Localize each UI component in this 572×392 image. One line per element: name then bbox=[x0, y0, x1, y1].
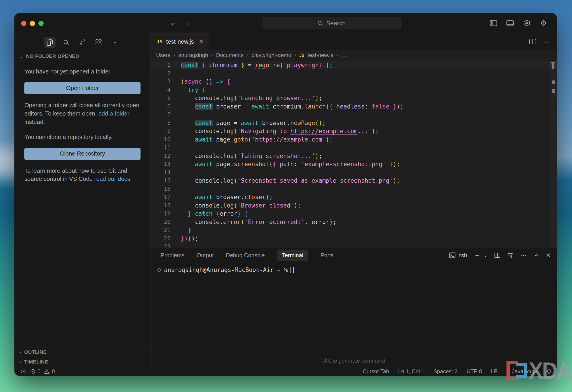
code-line[interactable]: 19 } catch (error) { bbox=[151, 210, 550, 218]
docs-note: To learn more about how to use Git and s… bbox=[24, 167, 141, 183]
code-line[interactable]: 21 } bbox=[151, 226, 550, 234]
kill-terminal-trash-icon[interactable] bbox=[507, 252, 513, 258]
code-line[interactable]: 9 console.log('Navigating to https://exa… bbox=[151, 127, 550, 135]
code-line[interactable]: 11 bbox=[151, 144, 550, 152]
code-line[interactable]: 13 await page.screenshot({ path: 'exampl… bbox=[151, 160, 550, 168]
line-number: 6 bbox=[151, 102, 171, 111]
terminal-dropdown-chevron-icon[interactable]: ⌄ bbox=[483, 252, 488, 258]
code-editor[interactable]: 1const { chromium } = require('playwrigh… bbox=[151, 61, 557, 248]
panel-tab-problems[interactable]: Problems bbox=[161, 252, 185, 259]
code-line[interactable]: 20 console.error('Error occurred:', erro… bbox=[151, 218, 550, 226]
settings-gear-icon[interactable]: ⚙ bbox=[539, 18, 549, 28]
forward-arrow-icon[interactable]: → bbox=[183, 18, 191, 27]
code-line[interactable]: 16 bbox=[151, 185, 550, 193]
terminal-actions: zsh ＋ ⌄ bbox=[449, 251, 551, 260]
search-placeholder: Search bbox=[326, 20, 346, 27]
tab-test-new-js[interactable]: JS test-new.js ✕ bbox=[151, 33, 209, 50]
minimap[interactable] bbox=[550, 61, 557, 248]
warning-count: 0 bbox=[52, 368, 55, 375]
close-panel-icon[interactable]: ✕ bbox=[546, 252, 551, 259]
new-terminal-icon[interactable]: ＋ bbox=[474, 251, 480, 260]
code-line[interactable]: 4 try { bbox=[151, 86, 550, 94]
read-docs-link[interactable]: read our docs bbox=[94, 175, 130, 182]
problems-indicator[interactable]: 0 0 bbox=[30, 368, 55, 375]
line-number: 14 bbox=[151, 168, 171, 177]
outline-section[interactable]: › OUTLINE bbox=[15, 347, 150, 357]
source-control-icon[interactable] bbox=[77, 37, 88, 48]
code-line[interactable]: 23 bbox=[151, 243, 550, 248]
code-line[interactable]: 7 bbox=[151, 111, 550, 119]
breadcrumb-playwright-demo[interactable]: playwright-demo bbox=[252, 52, 291, 58]
zoom-window-button[interactable] bbox=[38, 21, 44, 26]
panel-tab-debug-console[interactable]: Debug Console bbox=[226, 252, 265, 259]
panel-tab-terminal[interactable]: Terminal bbox=[277, 250, 308, 261]
code-line[interactable]: 3(async () => { bbox=[151, 78, 550, 86]
minimize-window-button[interactable] bbox=[30, 21, 35, 26]
cursor-position-status[interactable]: Ln 1, Col 1 bbox=[398, 368, 424, 375]
breadcrumb-users[interactable]: Users bbox=[156, 52, 170, 58]
back-arrow-icon[interactable]: ← bbox=[170, 18, 177, 27]
command-center-search[interactable]: Search bbox=[262, 17, 401, 29]
code-line[interactable]: 18 console.log('Browser closed'); bbox=[151, 201, 550, 210]
line-number: 22 bbox=[151, 234, 171, 243]
line-number: 8 bbox=[151, 119, 171, 127]
maximize-panel-chevron-icon[interactable] bbox=[534, 253, 539, 257]
main-row: ⌄ NO FOLDER OPENED You have not yet open… bbox=[15, 33, 557, 367]
close-tab-icon[interactable]: ✕ bbox=[199, 38, 203, 45]
split-editor-icon[interactable] bbox=[529, 39, 536, 45]
encoding-status[interactable]: UTF-8 bbox=[466, 368, 482, 375]
copilot-cube-icon[interactable] bbox=[522, 18, 532, 28]
extensions-icon[interactable] bbox=[93, 37, 104, 48]
explorer-section-header[interactable]: ⌄ NO FOLDER OPENED bbox=[15, 51, 150, 61]
code-line[interactable]: 15 console.log('Screenshot saved as exam… bbox=[151, 177, 550, 185]
code-line[interactable]: 10 await page.goto('https://example.com'… bbox=[151, 135, 550, 144]
panel-more-actions-icon[interactable]: ⋯ bbox=[520, 251, 527, 259]
indentation-status[interactable]: Spaces: 2 bbox=[433, 368, 458, 375]
panel-tab-output[interactable]: Output bbox=[197, 252, 214, 259]
terminal-prompt-line[interactable]: anuragsingh@Anurags-MacBook-Air ~ % bbox=[157, 266, 557, 273]
line-number: 21 bbox=[151, 226, 171, 234]
add-folder-link[interactable]: add a folder bbox=[98, 110, 129, 117]
breadcrumb-documents[interactable]: Documents bbox=[216, 52, 243, 58]
shell-indicator[interactable]: zsh bbox=[449, 252, 467, 259]
code-line[interactable]: 14 bbox=[151, 168, 550, 177]
cursor-tab-status[interactable]: Cursor Tab bbox=[363, 368, 389, 375]
search-sidebar-icon[interactable] bbox=[61, 37, 72, 48]
line-number: 15 bbox=[151, 177, 171, 185]
explorer-icon[interactable] bbox=[44, 37, 56, 48]
sidebar-bottom-sections: › OUTLINE › TIMELINE bbox=[15, 347, 150, 367]
code-line[interactable]: 17 await browser.close(); bbox=[151, 193, 550, 201]
vscode-window: ← → Search bbox=[15, 13, 557, 376]
more-views-chevron-icon[interactable] bbox=[109, 37, 121, 48]
editor-actions: ⋯ bbox=[529, 33, 557, 50]
breadcrumb[interactable]: Users › anuragsingh › Documents › playwr… bbox=[151, 50, 557, 61]
indent-guide bbox=[188, 94, 188, 209]
breadcrumb-file[interactable]: test-new.js bbox=[307, 52, 333, 58]
titlebar-actions: ⚙ bbox=[488, 18, 549, 28]
code-line[interactable]: 22})(); bbox=[151, 234, 550, 243]
timeline-section[interactable]: › TIMELINE bbox=[15, 357, 150, 367]
remote-indicator-icon[interactable]: >< bbox=[21, 368, 24, 375]
close-window-button[interactable] bbox=[21, 21, 26, 26]
code-line[interactable]: 6 const browser = await chromium.launch(… bbox=[151, 102, 550, 111]
more-actions-icon[interactable]: ⋯ bbox=[543, 38, 550, 46]
code-line[interactable]: 5 console.log('Launching browser...'); bbox=[151, 94, 550, 102]
split-terminal-icon[interactable] bbox=[494, 253, 501, 258]
shell-label: zsh bbox=[458, 252, 467, 259]
breadcrumb-separator: › bbox=[336, 52, 338, 58]
line-number: 9 bbox=[151, 127, 171, 135]
code-line[interactable]: 2 bbox=[151, 69, 550, 78]
toggle-sidebar-icon[interactable] bbox=[488, 18, 498, 28]
code-line[interactable]: 8 const page = await browser.newPage(); bbox=[151, 119, 550, 127]
breadcrumb-more[interactable]: … bbox=[341, 52, 347, 58]
code-line[interactable]: 12 console.log('Taking screenshot...'); bbox=[151, 152, 550, 160]
code-line[interactable]: 1const { chromium } = require('playwrigh… bbox=[151, 61, 550, 69]
breadcrumb-anuragsingh[interactable]: anuragsingh bbox=[178, 52, 208, 58]
panel-tab-ports[interactable]: Ports bbox=[320, 252, 334, 259]
eol-status[interactable]: LF bbox=[491, 368, 497, 375]
warning-triangle-icon bbox=[44, 369, 49, 374]
breadcrumb-separator: › bbox=[211, 52, 213, 58]
clone-repository-button[interactable]: Clone Repository bbox=[24, 148, 141, 160]
toggle-panel-icon[interactable] bbox=[505, 18, 515, 28]
open-folder-button[interactable]: Open Folder bbox=[24, 82, 141, 94]
